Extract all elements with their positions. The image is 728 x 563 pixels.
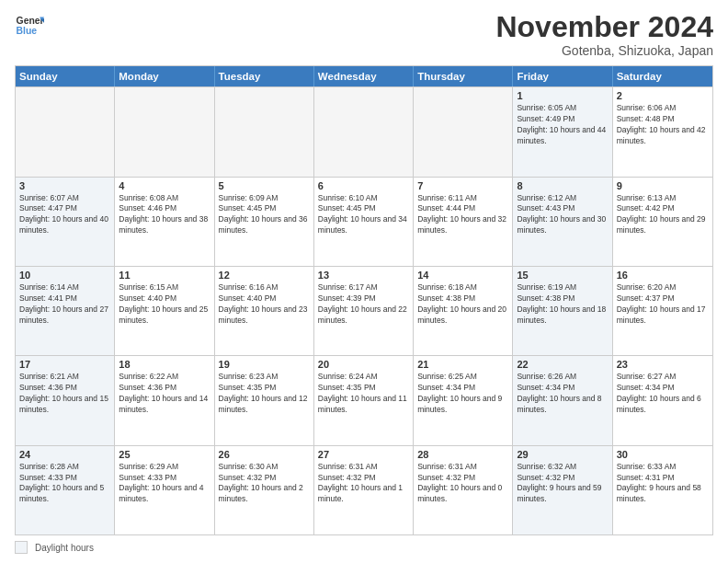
- day-info: Sunrise: 6:31 AM Sunset: 4:32 PM Dayligh…: [318, 462, 409, 506]
- header-cell-monday: Monday: [115, 66, 214, 86]
- day-info: Sunrise: 6:14 AM Sunset: 4:41 PM Dayligh…: [19, 282, 110, 327]
- day-info: Sunrise: 6:26 AM Sunset: 4:34 PM Dayligh…: [517, 372, 608, 416]
- calendar-cell: 29Sunrise: 6:32 AM Sunset: 4:32 PM Dayli…: [513, 446, 612, 534]
- day-number: 6: [318, 180, 409, 191]
- day-info: Sunrise: 6:10 AM Sunset: 4:45 PM Dayligh…: [318, 193, 409, 237]
- calendar-cell: 6Sunrise: 6:10 AM Sunset: 4:45 PM Daylig…: [314, 178, 414, 266]
- day-number: 30: [617, 449, 709, 460]
- calendar-cell: 21Sunrise: 6:25 AM Sunset: 4:34 PM Dayli…: [414, 356, 513, 444]
- day-number: 26: [219, 449, 310, 460]
- calendar-cell: 12Sunrise: 6:16 AM Sunset: 4:40 PM Dayli…: [215, 267, 314, 355]
- calendar-cell: 18Sunrise: 6:22 AM Sunset: 4:36 PM Dayli…: [115, 356, 214, 444]
- day-info: Sunrise: 6:23 AM Sunset: 4:35 PM Dayligh…: [219, 372, 310, 416]
- calendar-cell: 10Sunrise: 6:14 AM Sunset: 4:41 PM Dayli…: [16, 267, 115, 355]
- day-number: 8: [517, 180, 608, 191]
- calendar-cell: [16, 87, 115, 176]
- svg-text:Blue: Blue: [17, 26, 38, 36]
- calendar-cell: 11Sunrise: 6:15 AM Sunset: 4:40 PM Dayli…: [115, 267, 214, 355]
- svg-text:General: General: [17, 16, 44, 26]
- calendar-row: 10Sunrise: 6:14 AM Sunset: 4:41 PM Dayli…: [16, 266, 712, 355]
- calendar-cell: 28Sunrise: 6:31 AM Sunset: 4:32 PM Dayli…: [414, 446, 513, 534]
- day-info: Sunrise: 6:20 AM Sunset: 4:37 PM Dayligh…: [617, 282, 709, 327]
- header-cell-friday: Friday: [513, 66, 612, 86]
- header-cell-saturday: Saturday: [613, 66, 712, 86]
- day-number: 19: [219, 359, 310, 370]
- day-number: 28: [417, 449, 508, 460]
- day-info: Sunrise: 6:05 AM Sunset: 4:49 PM Dayligh…: [517, 103, 608, 147]
- day-number: 22: [517, 359, 608, 370]
- day-number: 2: [617, 90, 709, 101]
- calendar-header: SundayMondayTuesdayWednesdayThursdayFrid…: [16, 66, 712, 86]
- calendar-cell: 30Sunrise: 6:33 AM Sunset: 4:31 PM Dayli…: [613, 446, 712, 534]
- legend-label: Daylight hours: [35, 543, 94, 553]
- calendar-body: 1Sunrise: 6:05 AM Sunset: 4:49 PM Daylig…: [16, 86, 712, 534]
- calendar-cell: 17Sunrise: 6:21 AM Sunset: 4:36 PM Dayli…: [16, 356, 115, 444]
- day-info: Sunrise: 6:13 AM Sunset: 4:42 PM Dayligh…: [617, 193, 709, 237]
- day-number: 23: [617, 359, 709, 370]
- calendar-cell: 19Sunrise: 6:23 AM Sunset: 4:35 PM Dayli…: [215, 356, 314, 444]
- day-number: 20: [318, 359, 409, 370]
- calendar-cell: 3Sunrise: 6:07 AM Sunset: 4:47 PM Daylig…: [16, 178, 115, 266]
- day-number: 9: [617, 180, 709, 191]
- header-cell-wednesday: Wednesday: [314, 66, 414, 86]
- calendar-cell: 23Sunrise: 6:27 AM Sunset: 4:34 PM Dayli…: [613, 356, 712, 444]
- calendar-cell: 27Sunrise: 6:31 AM Sunset: 4:32 PM Dayli…: [314, 446, 414, 534]
- day-number: 24: [19, 449, 110, 460]
- page: General Blue November 2024 Gotenba, Shiz…: [0, 0, 728, 563]
- day-number: 3: [19, 180, 110, 191]
- calendar-cell: 22Sunrise: 6:26 AM Sunset: 4:34 PM Dayli…: [513, 356, 612, 444]
- calendar-cell: [414, 87, 513, 176]
- logo-icon: General Blue: [15, 11, 44, 40]
- day-info: Sunrise: 6:24 AM Sunset: 4:35 PM Dayligh…: [318, 372, 409, 416]
- header-cell-tuesday: Tuesday: [215, 66, 314, 86]
- day-info: Sunrise: 6:17 AM Sunset: 4:39 PM Dayligh…: [318, 282, 409, 327]
- day-info: Sunrise: 6:30 AM Sunset: 4:32 PM Dayligh…: [219, 462, 310, 506]
- day-info: Sunrise: 6:33 AM Sunset: 4:31 PM Dayligh…: [617, 462, 709, 506]
- day-number: 5: [219, 180, 310, 191]
- calendar-cell: 16Sunrise: 6:20 AM Sunset: 4:37 PM Dayli…: [613, 267, 712, 355]
- calendar-cell: 8Sunrise: 6:12 AM Sunset: 4:43 PM Daylig…: [513, 178, 612, 266]
- calendar-cell: 25Sunrise: 6:29 AM Sunset: 4:33 PM Dayli…: [115, 446, 214, 534]
- calendar-cell: 1Sunrise: 6:05 AM Sunset: 4:49 PM Daylig…: [513, 87, 612, 176]
- day-info: Sunrise: 6:18 AM Sunset: 4:38 PM Dayligh…: [417, 282, 508, 327]
- day-info: Sunrise: 6:29 AM Sunset: 4:33 PM Dayligh…: [119, 462, 210, 506]
- calendar-cell: 5Sunrise: 6:09 AM Sunset: 4:45 PM Daylig…: [215, 178, 314, 266]
- day-number: 15: [517, 270, 608, 281]
- day-info: Sunrise: 6:32 AM Sunset: 4:32 PM Dayligh…: [517, 462, 608, 506]
- calendar-cell: 15Sunrise: 6:19 AM Sunset: 4:38 PM Dayli…: [513, 267, 612, 355]
- day-info: Sunrise: 6:19 AM Sunset: 4:38 PM Dayligh…: [517, 282, 608, 327]
- day-number: 16: [617, 270, 709, 281]
- calendar: SundayMondayTuesdayWednesdayThursdayFrid…: [15, 65, 713, 535]
- day-number: 11: [119, 270, 210, 281]
- logo: General Blue: [15, 11, 44, 40]
- day-number: 18: [119, 359, 210, 370]
- day-info: Sunrise: 6:06 AM Sunset: 4:48 PM Dayligh…: [617, 103, 709, 147]
- day-info: Sunrise: 6:31 AM Sunset: 4:32 PM Dayligh…: [417, 462, 508, 506]
- day-number: 4: [119, 180, 210, 191]
- day-info: Sunrise: 6:16 AM Sunset: 4:40 PM Dayligh…: [219, 282, 310, 327]
- calendar-cell: 26Sunrise: 6:30 AM Sunset: 4:32 PM Dayli…: [215, 446, 314, 534]
- location: Gotenba, Shizuoka, Japan: [495, 43, 713, 58]
- calendar-row: 1Sunrise: 6:05 AM Sunset: 4:49 PM Daylig…: [16, 86, 712, 176]
- day-number: 1: [517, 90, 608, 101]
- day-number: 27: [318, 449, 409, 460]
- day-number: 21: [417, 359, 508, 370]
- calendar-cell: 20Sunrise: 6:24 AM Sunset: 4:35 PM Dayli…: [314, 356, 414, 444]
- calendar-cell: 4Sunrise: 6:08 AM Sunset: 4:46 PM Daylig…: [115, 178, 214, 266]
- calendar-cell: 7Sunrise: 6:11 AM Sunset: 4:44 PM Daylig…: [414, 178, 513, 266]
- calendar-cell: [215, 87, 314, 176]
- day-info: Sunrise: 6:07 AM Sunset: 4:47 PM Dayligh…: [19, 193, 110, 237]
- day-number: 17: [19, 359, 110, 370]
- calendar-cell: 14Sunrise: 6:18 AM Sunset: 4:38 PM Dayli…: [414, 267, 513, 355]
- month-title: November 2024: [495, 11, 713, 43]
- legend: Daylight hours: [15, 541, 713, 554]
- day-info: Sunrise: 6:22 AM Sunset: 4:36 PM Dayligh…: [119, 372, 210, 416]
- legend-box: [15, 541, 28, 554]
- header-cell-thursday: Thursday: [414, 66, 513, 86]
- day-number: 29: [517, 449, 608, 460]
- calendar-row: 3Sunrise: 6:07 AM Sunset: 4:47 PM Daylig…: [16, 177, 712, 266]
- day-number: 7: [417, 180, 508, 191]
- day-info: Sunrise: 6:21 AM Sunset: 4:36 PM Dayligh…: [19, 372, 110, 416]
- calendar-row: 24Sunrise: 6:28 AM Sunset: 4:33 PM Dayli…: [16, 445, 712, 534]
- calendar-cell: 24Sunrise: 6:28 AM Sunset: 4:33 PM Dayli…: [16, 446, 115, 534]
